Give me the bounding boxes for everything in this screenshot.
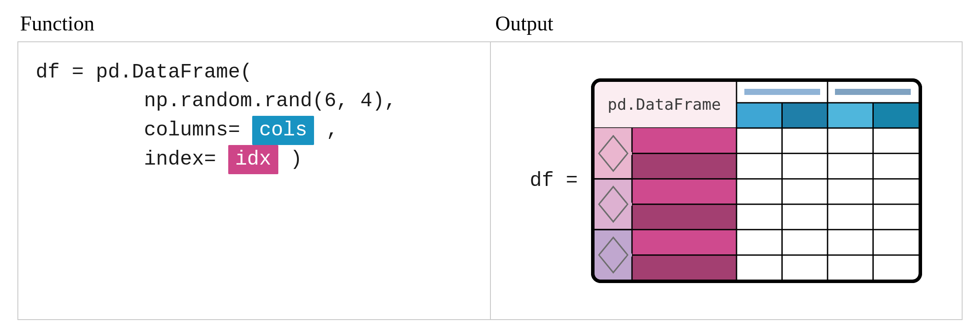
dataframe-diagram: pd.DataFrame (591, 78, 922, 283)
svg-rect-22 (632, 179, 737, 204)
svg-rect-6 (835, 89, 911, 95)
svg-rect-25 (632, 255, 737, 280)
svg-rect-21 (632, 153, 737, 179)
svg-rect-23 (632, 204, 737, 229)
svg-rect-7 (737, 103, 782, 128)
output-content: df = pd.DataFrame (507, 58, 944, 304)
frame-label-text: pd.DataFrame (608, 95, 721, 113)
code-line-3a: columns= (36, 119, 240, 142)
output-eq-label: df = (530, 169, 578, 192)
code-line-4a: index= (36, 148, 216, 171)
output-panel: df = pd.DataFrame (490, 42, 962, 319)
svg-rect-9 (828, 103, 873, 128)
code-line-4b: ) (290, 148, 302, 171)
svg-rect-8 (782, 103, 828, 128)
panels: df = pd.DataFrame( np.random.rand(6, 4),… (17, 41, 963, 320)
panel-divider (490, 42, 491, 319)
highlight-idx: idx (228, 145, 278, 174)
highlight-cols: cols (252, 116, 314, 145)
code-block: df = pd.DataFrame( np.random.rand(6, 4),… (36, 58, 473, 174)
header-output: Output (493, 12, 968, 41)
svg-rect-5 (744, 89, 820, 95)
svg-rect-24 (632, 229, 737, 255)
svg-rect-10 (873, 103, 919, 128)
code-line-3b: , (326, 119, 338, 142)
header-function: Function (17, 12, 493, 41)
table-header-row: Function Output (17, 12, 963, 41)
code-line-1: df = pd.DataFrame( (36, 61, 252, 84)
function-panel: df = pd.DataFrame( np.random.rand(6, 4),… (18, 42, 490, 319)
code-line-2: np.random.rand(6, 4), (36, 90, 396, 112)
page: Function Output df = pd.DataFrame( np.ra… (0, 0, 980, 334)
svg-rect-20 (632, 128, 737, 153)
